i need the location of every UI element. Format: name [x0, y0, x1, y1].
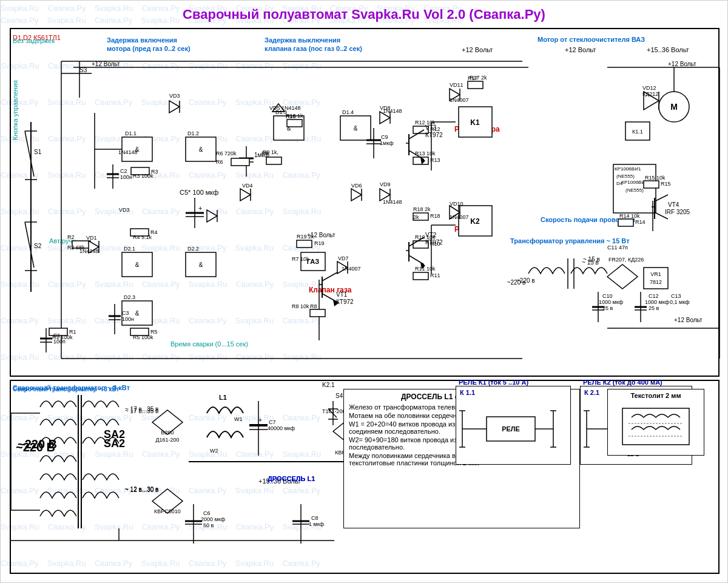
page-title: Сварочный полуавтомат Svapka.Ru Vol 2.0 … [183, 7, 545, 22]
svar-transform-title: Сварочный трансформатор ~ 3 кВт [13, 386, 120, 393]
textolite-box: Текстолит 2 мм [607, 389, 704, 456]
schematic-border [10, 28, 720, 377]
vrem-svarki-label: Время сварки (0...15 сек) [170, 340, 248, 348]
relay-k1-inner-title: К 1.1 [456, 386, 570, 399]
plus12v-2: +12 Вольт [565, 46, 596, 53]
relay-tok-label: Реле тока [454, 225, 490, 234]
plus12v-1: +12 Вольт [462, 46, 493, 53]
avt-ruchn-label: Авт/ручн. [49, 237, 78, 244]
zaderzh-mot-label: Задержка включениямотора (пред газ 0..2 … [107, 36, 190, 53]
svg-rect-322 [622, 408, 689, 445]
plus15-36v: +15..36 Вольт [647, 46, 689, 53]
zaderzh-klapan-label: Задержка выключенияклапана газа (пос газ… [265, 36, 362, 53]
v12-30v: ~ 12 в...30 в [125, 486, 158, 493]
relay-k1-box: К 1.1 РЕЛЕ [456, 386, 571, 465]
motor-label: Мотор от стеклоочистителя ВАЗ [538, 36, 645, 43]
svg-text:РЕЛЕ: РЕЛЕ [502, 425, 520, 433]
v220-main: ~220 В [18, 437, 57, 451]
v17-35v: ~ 17 в...35 в [125, 406, 158, 413]
relay-k1-title: РЕЛЕ К1 (ток 5 ..10 А) [459, 379, 528, 386]
knopka-label: Кнопка управления [12, 80, 19, 140]
textolite-title: Текстолит 2 мм [610, 392, 701, 399]
sa2-main: SA2 [104, 428, 125, 441]
skorost-label: Скорость подачи проволоки [541, 216, 635, 223]
relay-k2-title: РЕЛЕ К2 (ток до 400 мА) [583, 379, 662, 386]
bez-zaderzhek-label: Без задержек [13, 37, 55, 44]
main-container: Svapka.Ru Свапка.Ру Svapka.Ru Свапка.Ру … [0, 0, 728, 583]
transform-upr-label: Трансформатор управления ~ 15 Вт [510, 237, 630, 244]
klapan-gaz-label: Клапан газа [309, 286, 351, 294]
relay-motor-label: Реле мотора [454, 125, 500, 133]
drossel-l1-title: ДРОССЕЛЬ L1 [268, 475, 315, 482]
